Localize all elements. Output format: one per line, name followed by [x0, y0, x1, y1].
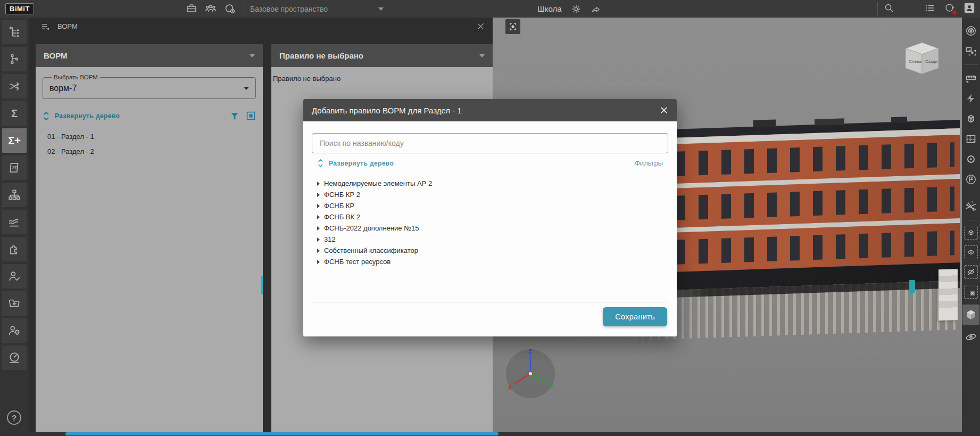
vorm-tree-item[interactable]: 02 - Раздел - 2: [43, 144, 256, 159]
tree-expand-icon[interactable]: [317, 226, 320, 231]
close-icon[interactable]: [660, 106, 668, 114]
filters-link[interactable]: Фильтры: [635, 159, 663, 167]
project-settings-icon[interactable]: [571, 4, 582, 14]
user-avatar[interactable]: [964, 2, 975, 14]
svg-text:2D: 2D: [12, 165, 18, 170]
tool-versions[interactable]: [2, 47, 27, 71]
tree-expand-icon[interactable]: [317, 182, 320, 186]
axis-gizmo[interactable]: Z X Y: [505, 348, 556, 399]
tool-sigma[interactable]: Σ: [2, 101, 27, 126]
tool-issue-flag[interactable]: [963, 171, 979, 187]
classifier-tree-item[interactable]: ФСНБ тест ресурсов: [317, 256, 663, 267]
tool-shuffle[interactable]: [2, 74, 27, 98]
projects-icon[interactable]: [185, 2, 198, 15]
chevron-down-icon: [244, 87, 249, 90]
modal-expand-tree-link[interactable]: Развернуть дерево: [329, 160, 394, 167]
tree-expand-icon[interactable]: [317, 249, 320, 253]
tree-expand-icon[interactable]: [317, 215, 320, 219]
dialog-footer-divider: [312, 302, 668, 302]
topbar-separator-right: [877, 2, 878, 15]
tool-show-selected[interactable]: [964, 245, 978, 259]
tree-expand-icon[interactable]: [317, 260, 320, 264]
tool-measure[interactable]: [963, 70, 979, 86]
vorm-panel-header[interactable]: ВОРМ: [36, 44, 263, 67]
expand-collapse-icon[interactable]: [43, 112, 50, 120]
tool-model-tree[interactable]: [2, 20, 27, 44]
right-toolbar: 12: [962, 18, 980, 436]
expand-tree-link[interactable]: Развернуть дерево: [55, 112, 120, 120]
tool-flash-section[interactable]: [963, 91, 979, 106]
help-button[interactable]: ?: [7, 410, 21, 425]
classifier-tree-item[interactable]: Немоделируемые элементы АР 2: [317, 178, 663, 189]
tool-clear-selection[interactable]: [964, 285, 978, 299]
rooftop-unit: [753, 119, 776, 127]
topbar-separator: [244, 2, 244, 15]
capture-view-icon[interactable]: [505, 19, 520, 34]
tool-orbit-mode[interactable]: [963, 329, 979, 345]
tree-expand-icon[interactable]: [317, 193, 320, 197]
tool-folder-transfer[interactable]: [2, 291, 27, 316]
tool-user-location[interactable]: [2, 318, 27, 343]
tool-hide-selected[interactable]: [964, 265, 978, 279]
classifier-tree-item[interactable]: ФСНБ ВК 2: [317, 211, 663, 223]
chevron-down-icon: [250, 54, 255, 57]
bottom-bar: [0, 432, 980, 436]
tool-section-box[interactable]: [963, 111, 979, 127]
workspace-select[interactable]: Базовое пространство: [250, 0, 384, 18]
classifier-tree-item[interactable]: ФСНБ КР: [317, 200, 663, 211]
rule-panel-header[interactable]: Правило не выбрано: [271, 44, 493, 67]
horizontal-scrollbar[interactable]: [65, 432, 499, 435]
notifications-icon[interactable]: [944, 2, 956, 14]
tool-floor-plan[interactable]: [963, 131, 979, 147]
search-input[interactable]: [312, 133, 668, 153]
tree-expand-icon[interactable]: [317, 237, 320, 242]
add-vorm-rule-dialog: Добавить правило ВОРМ для Раздел - 1 Раз…: [303, 99, 677, 336]
filter-icon[interactable]: [230, 111, 239, 121]
navigation-cube[interactable]: Слева Сзади: [902, 40, 942, 79]
share-icon[interactable]: [591, 4, 601, 14]
panel-resize-handle[interactable]: [261, 276, 263, 294]
vorm-panel-title: ВОРМ: [44, 51, 67, 60]
app-logo[interactable]: BiMiT: [5, 3, 34, 14]
frame-select-icon[interactable]: [246, 111, 256, 121]
tool-model-view[interactable]: [962, 305, 979, 325]
svg-text:1: 1: [967, 202, 968, 205]
search-icon[interactable]: [883, 2, 895, 14]
workspace-select-label: Базовое пространство: [250, 5, 328, 13]
tool-axes-grid[interactable]: 12: [963, 199, 979, 215]
tool-user-approve[interactable]: [2, 264, 27, 289]
vorm-select[interactable]: Выбрать ВОРМ ворм-7: [43, 74, 256, 99]
tool-capture-region[interactable]: [963, 43, 979, 59]
tool-structure[interactable]: [2, 183, 27, 207]
building-stairs: [939, 269, 958, 320]
svg-text:2: 2: [971, 201, 973, 204]
classifier-tree-item[interactable]: 312: [317, 234, 663, 245]
project-title: Школа: [537, 4, 562, 13]
tool-environment[interactable]: [963, 23, 979, 39]
tool-sigma-plus[interactable]: Σ+: [2, 128, 27, 153]
status-icon[interactable]: [223, 2, 236, 15]
dialog-title: Добавить правило ВОРМ для Раздел - 1: [312, 106, 462, 115]
tool-plugins[interactable]: [2, 237, 27, 261]
vorm-select-label: Выбрать ВОРМ: [52, 74, 100, 80]
tree-expand-icon[interactable]: [317, 204, 320, 208]
tool-locate[interactable]: [963, 151, 979, 167]
classifier-tree-item[interactable]: ФСНБ-2022 дополнение №15: [317, 223, 663, 234]
vorm-tree-item[interactable]: 01 - Раздел - 1: [43, 129, 256, 144]
expand-collapse-icon[interactable]: [317, 159, 324, 167]
tool-2d-view[interactable]: 2D: [2, 155, 27, 180]
toolbar-divider: [964, 64, 978, 65]
classifier-tree-item[interactable]: Собственный классификатор: [317, 245, 663, 256]
tool-dashboard[interactable]: [2, 345, 27, 370]
team-icon[interactable]: [204, 2, 217, 15]
gizmo-x-label: X: [508, 384, 512, 391]
tool-isolate-box[interactable]: [964, 226, 978, 240]
classifier-tree-item[interactable]: ФСНБ КР 2: [317, 189, 663, 200]
task-list-icon[interactable]: [924, 2, 936, 14]
panel-menu-icon[interactable]: [40, 21, 51, 32]
rule-panel-title: Правило не выбрано: [279, 51, 363, 60]
tool-trends[interactable]: [2, 210, 27, 234]
dialog-header: Добавить правило ВОРМ для Раздел - 1: [303, 99, 677, 121]
close-panel-icon[interactable]: [476, 22, 485, 31]
save-button[interactable]: Сохранить: [603, 307, 667, 326]
